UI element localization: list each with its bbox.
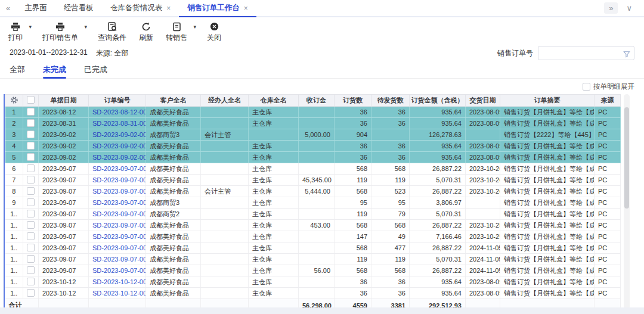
row-checkbox[interactable]: [27, 198, 35, 206]
column-header-pending[interactable]: 待发货数: [371, 95, 410, 107]
table-row[interactable]: 1..2023-09-07SD-2023-09-07-00018成都美好食品主仓…: [5, 254, 621, 265]
row-checkbox[interactable]: [27, 278, 35, 285]
table-row[interactable]: 72023-09-07SD-2023-09-07-00011成都美好食品主仓库4…: [5, 175, 621, 186]
checkbox[interactable]: [27, 96, 35, 104]
row-checkbox[interactable]: [27, 210, 35, 217]
vertical-scrollbar[interactable]: [624, 94, 630, 312]
tab-business-dashboard[interactable]: 经营看板: [55, 0, 102, 17]
column-header-warehouse[interactable]: 仓库全名: [249, 95, 299, 107]
table-row[interactable]: 32023-09-02SD-2023-09-02-00004成都商贸3会计主管5…: [5, 129, 621, 141]
table-row[interactable]: 62023-09-07SD-2023-09-07-00010成都美好食品主仓库5…: [5, 163, 621, 175]
cell-order_no[interactable]: SD-2023-10-12-00020: [89, 276, 146, 288]
cell-warehouse: 主仓库: [249, 118, 299, 129]
tab-warehouse-stock-report[interactable]: 仓库备货情况表×: [102, 0, 179, 17]
row-checkbox[interactable]: [27, 142, 35, 150]
cell-order_no[interactable]: SD-2023-08-31-00003: [89, 118, 146, 129]
status-tab-all[interactable]: 全部: [10, 61, 25, 78]
cell-due_date: 2023-08-09: [466, 107, 500, 118]
row-checkbox[interactable]: [27, 255, 35, 263]
cell-order_no[interactable]: SD-2023-08-12-00022: [89, 107, 146, 118]
tabs-collapse-icon[interactable]: «: [0, 0, 16, 16]
column-header-summary[interactable]: 订单摘要: [500, 95, 595, 107]
tab-main[interactable]: 主界面: [16, 0, 55, 17]
cell-order_no[interactable]: SD-2023-10-12-00021: [89, 288, 146, 299]
cell-customer: 成都美好食品: [146, 152, 201, 163]
filter-funnel-icon[interactable]: [623, 49, 630, 60]
column-header-source[interactable]: 来源: [595, 95, 621, 107]
row-checkbox[interactable]: [27, 232, 35, 240]
convert-to-sales-button[interactable]: 转销售▾: [166, 21, 187, 43]
scrollbar-thumb[interactable]: [624, 107, 629, 209]
row-checkbox[interactable]: [27, 164, 35, 172]
refresh-button[interactable]: 刷新: [139, 21, 153, 43]
tab-close-icon[interactable]: ×: [166, 4, 171, 13]
order-no-input[interactable]: [538, 46, 634, 60]
row-checkbox[interactable]: [27, 266, 35, 274]
dropdown-caret-icon[interactable]: ▾: [193, 24, 196, 30]
row-checkbox[interactable]: [27, 289, 35, 297]
column-header-amount[interactable]: 订货金额（含税）: [410, 95, 466, 107]
table-row[interactable]: 22023-08-31SD-2023-08-31-00003成都美好食品主仓库3…: [5, 118, 621, 129]
status-tab-unfinished[interactable]: 未完成: [43, 61, 66, 78]
table-row[interactable]: 1..2023-10-12SD-2023-10-12-00020成都美好食品主仓…: [5, 276, 621, 288]
table-row[interactable]: 52023-09-02SD-2023-09-02-00024成都美好食品主仓库3…: [5, 152, 621, 163]
tabs-overflow-icon[interactable]: »: [604, 2, 618, 14]
cell-order_no[interactable]: SD-2023-09-07-00017: [89, 243, 146, 254]
cell-order_no[interactable]: SD-2023-09-02-00024: [89, 152, 146, 163]
column-header-order_no[interactable]: 订单编号: [89, 95, 146, 107]
column-header-agent[interactable]: 经办人全名: [201, 95, 249, 107]
table-row[interactable]: 1..2023-10-12SD-2023-10-12-00021成都美好食品主仓…: [5, 288, 621, 299]
row-checkbox[interactable]: [27, 119, 35, 127]
cell-order_no[interactable]: SD-2023-09-07-00014: [89, 209, 146, 220]
close-button[interactable]: 关闭: [207, 21, 221, 43]
table-row[interactable]: 42023-09-02SD-2023-09-02-00023成都美好食品主仓库3…: [5, 141, 621, 152]
cell-source: PC: [595, 118, 621, 129]
expand-checkbox[interactable]: [583, 83, 590, 91]
column-settings-button[interactable]: [5, 95, 23, 107]
tab-close-icon[interactable]: ×: [244, 4, 248, 13]
column-header-qty[interactable]: 订货数: [335, 95, 371, 107]
cell-qty: 147: [335, 231, 371, 243]
cell-order_no[interactable]: SD-2023-09-07-00015: [89, 220, 146, 231]
table-row[interactable]: 12023-08-12SD-2023-08-12-00022成都美好食品主仓库3…: [5, 107, 621, 118]
row-checkbox[interactable]: [27, 176, 35, 184]
cell-date: 2023-09-07: [39, 265, 89, 276]
row-checkbox[interactable]: [27, 187, 35, 195]
select-all-checkbox[interactable]: [23, 95, 39, 107]
cell-order_no[interactable]: SD-2023-09-07-00018: [89, 254, 146, 265]
table-row[interactable]: 1..2023-09-07SD-2023-09-07-00016成都美好食品主仓…: [5, 231, 621, 243]
table-row[interactable]: 1..2023-09-07SD-2023-09-07-00017成都美好食品主仓…: [5, 243, 621, 254]
table-row[interactable]: 1..2023-09-07SD-2023-09-07-00019成都美好食品主仓…: [5, 265, 621, 276]
cell-order_no[interactable]: SD-2023-09-02-00004: [89, 129, 146, 141]
column-header-due_date[interactable]: 交货日期: [466, 95, 500, 107]
table-row[interactable]: 1..2023-09-07SD-2023-09-07-00015成都美好食品主仓…: [5, 220, 621, 231]
column-header-date[interactable]: 单据日期: [39, 95, 89, 107]
query-conditions-button[interactable]: 查询条件: [98, 21, 126, 43]
dropdown-caret-icon[interactable]: ▾: [29, 24, 32, 30]
table-row[interactable]: 82023-09-07SD-2023-09-07-00012成都美好食品会计主管…: [5, 186, 621, 197]
column-header-received[interactable]: 收订金: [299, 95, 335, 107]
row-checkbox[interactable]: [27, 130, 35, 138]
row-checkbox[interactable]: [27, 108, 35, 116]
table-row[interactable]: 92023-09-07SD-2023-09-07-00013成都商贸3主仓库95…: [5, 197, 621, 209]
tab-sales-order-workbench[interactable]: 销售订单工作台×: [179, 0, 256, 17]
cell-order_no[interactable]: SD-2023-09-07-00019: [89, 265, 146, 276]
table-row[interactable]: 1..2023-09-07SD-2023-09-07-00014成都商贸2主仓库…: [5, 209, 621, 220]
cell-order_no[interactable]: SD-2023-09-02-00023: [89, 141, 146, 152]
cell-order_no[interactable]: SD-2023-09-07-00012: [89, 186, 146, 197]
cell-source: PC: [595, 129, 621, 141]
print-sales-slip-button[interactable]: 打印销售单▾: [42, 21, 78, 43]
column-header-customer[interactable]: 客户全名: [146, 95, 201, 107]
tab-label: 主界面: [24, 3, 47, 13]
tabs-dropdown-icon[interactable]: ∨: [620, 4, 638, 13]
print-button[interactable]: 打印▾: [8, 21, 23, 43]
cell-order_no[interactable]: SD-2023-09-07-00016: [89, 231, 146, 243]
status-tab-finished[interactable]: 已完成: [84, 61, 107, 78]
row-checkbox[interactable]: [27, 221, 35, 229]
row-checkbox[interactable]: [27, 153, 35, 161]
cell-order_no[interactable]: SD-2023-09-07-00013: [89, 197, 146, 209]
cell-order_no[interactable]: SD-2023-09-07-00010: [89, 163, 146, 175]
row-checkbox[interactable]: [27, 244, 35, 251]
cell-order_no[interactable]: SD-2023-09-07-00011: [89, 175, 146, 186]
dropdown-caret-icon[interactable]: ▾: [84, 24, 87, 30]
